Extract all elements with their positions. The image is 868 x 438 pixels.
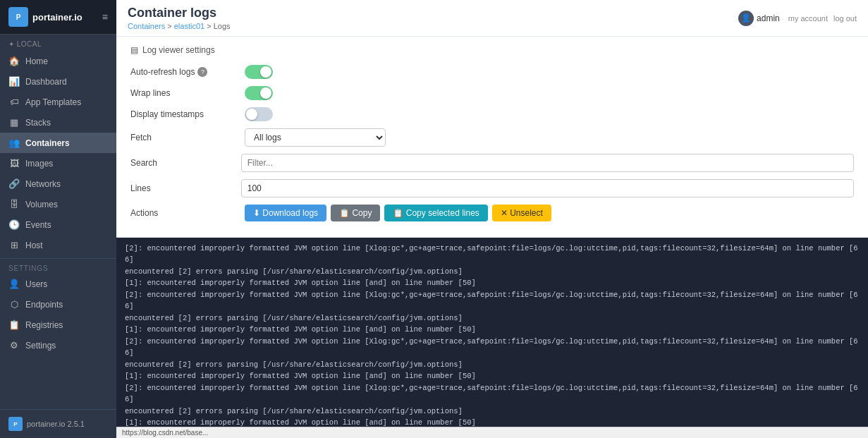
log-line: [1]: encountered improperly formatted JV… [125,371,860,382]
sidebar-item-containers[interactable]: 👥Containers [0,133,116,153]
my-account-link[interactable]: my account [788,14,828,23]
portainer-logo-icon: P [8,7,28,27]
sidebar-item-label-images: Images [25,159,53,169]
sidebar: P portainer.io ≡ ✦ LOCAL 🏠Home📊Dashboard… [0,0,116,438]
sidebar-item-label-users: Users [25,279,47,289]
copy-button[interactable]: 📋 Copy [331,205,380,221]
admin-name: admin [757,13,780,23]
display-timestamps-toggle[interactable] [245,107,273,121]
wrap-lines-row: Wrap lines [130,86,854,100]
fetch-select[interactable]: All logs Last 100 lines Last 500 lines L… [245,128,386,147]
wrap-lines-track [245,86,273,100]
home-icon: 🏠 [8,56,20,66]
sidebar-item-networks[interactable]: 🔗Networks [0,174,116,194]
sidebar-item-volumes[interactable]: 🗄Volumes [0,194,116,214]
log-line: encountered [2] errors parsing [/usr/sha… [125,313,860,324]
sidebar-item-events[interactable]: 🕒Events [0,214,116,235]
auto-refresh-track [245,65,273,79]
auto-refresh-row: Auto-refresh logs ? [130,65,854,79]
display-timestamps-thumb [246,109,257,120]
sidebar-local-group: ✦ LOCAL [0,35,116,51]
settings-section-header: SETTINGS [0,258,116,274]
log-line: encountered [2] errors parsing [/usr/sha… [125,267,860,278]
log-line: [2]: encountered improperly formatted JV… [125,383,860,406]
breadcrumb-containers[interactable]: Containers [128,22,165,30]
sidebar-item-label-events: Events [25,220,51,230]
sidebar-item-host[interactable]: ⊞Host [0,235,116,255]
sidebar-item-dashboard[interactable]: 📊Dashboard [0,71,116,92]
url-bar: https://blog.csdn.net/base... [116,427,868,438]
stacks-icon: ▦ [8,117,20,128]
sidebar-item-label-dashboard: Dashboard [25,77,67,87]
actions-row: Actions ⬇ Download logs 📋 Copy 📋 Copy se… [130,205,854,221]
sidebar-logo[interactable]: P portainer.io [8,7,82,27]
breadcrumb-sep1: > [165,22,174,30]
containers-icon: 👥 [8,138,20,148]
wrap-lines-thumb [260,87,271,99]
main-content: Container logs Containers > elastic01 > … [116,0,868,438]
fetch-label: Fetch [130,133,236,142]
sidebar-item-label-containers: Containers [25,138,70,148]
topbar-right: 👤 admin my account log out [738,11,857,26]
settings-icon: ▤ [130,45,138,55]
sidebar-item-app-templates[interactable]: 🏷App Templates [0,92,116,112]
networks-icon: 🔗 [8,178,20,189]
settings-icon: ⚙ [8,340,20,351]
log-viewer-settings-panel: ▤ Log viewer settings Auto-refresh logs … [116,37,868,238]
auto-refresh-label: Auto-refresh logs ? [130,67,236,77]
auto-refresh-toggle[interactable] [245,65,273,79]
sidebar-item-label-networks: Networks [25,179,61,189]
log-line: [1]: encountered improperly formatted JV… [125,324,860,336]
sidebar-item-stacks[interactable]: ▦Stacks [0,112,116,133]
display-timestamps-row: Display timestamps [130,107,854,121]
copy-selected-button[interactable]: 📋 Copy selected lines [384,205,487,221]
sidebar-toggle-button[interactable]: ≡ [102,11,108,23]
search-row: Search [130,154,854,172]
auto-refresh-thumb [260,66,271,78]
log-line: [2]: encountered improperly formatted JV… [125,336,860,359]
dashboard-icon: 📊 [8,76,20,87]
display-timestamps-label: Display timestamps [130,109,236,119]
topbar: Container logs Containers > elastic01 > … [116,0,868,37]
breadcrumb-elastic[interactable]: elastic01 [174,22,204,30]
admin-avatar: 👤 [738,11,754,26]
lines-input[interactable] [241,179,854,197]
search-input[interactable] [241,154,854,172]
wrap-lines-toggle[interactable] [245,86,273,100]
topbar-links: my account log out [788,14,857,23]
breadcrumb-sep2: > [204,22,214,30]
host-icon: ⊞ [8,240,20,250]
unselect-button[interactable]: ✕ Unselect [492,205,551,221]
sidebar-footer: P portainer.io 2.5.1 [0,409,116,438]
auto-refresh-help-icon[interactable]: ? [197,67,207,77]
log-line: [1]: encountered improperly formatted JV… [125,278,860,289]
sidebar-item-registries[interactable]: 📋Registries [0,315,116,335]
lines-label: Lines [130,183,233,193]
sidebar-nav: 🏠Home📊Dashboard🏷App Templates▦Stacks👥Con… [0,51,116,255]
sidebar-settings-nav: 👤Users⬡Endpoints📋Registries⚙Settings [0,274,116,355]
endpoints-icon: ⬡ [8,299,20,310]
download-logs-button[interactable]: ⬇ Download logs [245,205,326,221]
sidebar-item-label-volumes: Volumes [25,200,58,209]
sidebar-item-label-app-templates: App Templates [25,97,81,107]
volumes-icon: 🗄 [8,199,20,209]
log-line: [1]: encountered improperly formatted JV… [125,418,860,427]
sidebar-item-home[interactable]: 🏠Home [0,51,116,71]
sidebar-item-label-endpoints: Endpoints [25,300,63,310]
footer-version: portainer.io 2.5.1 [27,420,85,428]
log-line: encountered [2] errors parsing [/usr/sha… [125,360,860,371]
sidebar-item-settings[interactable]: ⚙Settings [0,335,116,355]
events-icon: 🕒 [8,219,20,230]
sidebar-item-users[interactable]: 👤Users [0,274,116,294]
log-line: [2]: encountered improperly formatted JV… [125,243,860,266]
sidebar-item-endpoints[interactable]: ⬡Endpoints [0,294,116,315]
sidebar-item-images[interactable]: 🖼Images [0,153,116,174]
sidebar-item-label-home: Home [25,56,48,66]
search-label: Search [130,158,233,168]
actions-buttons: ⬇ Download logs 📋 Copy 📋 Copy selected l… [245,205,551,221]
sidebar-item-label-stacks: Stacks [25,118,51,128]
log-out-link[interactable]: log out [833,14,857,23]
fetch-row: Fetch All logs Last 100 lines Last 500 l… [130,128,854,147]
sidebar-item-label-registries: Registries [25,320,63,330]
sidebar-item-label-settings: Settings [25,341,56,351]
